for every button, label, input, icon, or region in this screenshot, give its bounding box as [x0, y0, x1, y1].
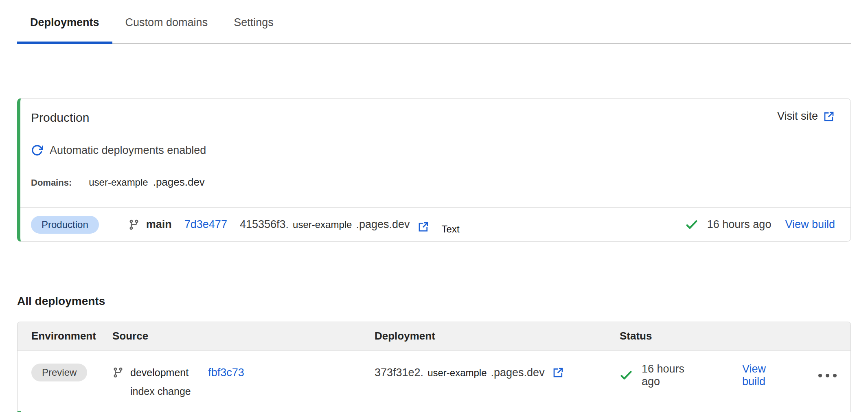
auto-deploy-text: Automatic deployments enabled — [50, 143, 206, 157]
column-header-status: Status — [606, 330, 850, 342]
commit-hash-link[interactable]: 7d3e477 — [184, 218, 227, 231]
deployments-table: Environment Source Deployment Status Pre… — [17, 322, 851, 412]
visit-site-label: Visit site — [777, 110, 818, 123]
git-branch-icon — [112, 367, 124, 378]
annotation-text: Text — [442, 224, 460, 235]
check-icon — [685, 218, 698, 231]
external-link-icon — [823, 110, 835, 123]
commit-hash-link[interactable]: fbf3c73 — [208, 366, 244, 379]
column-header-environment: Environment — [18, 330, 99, 342]
deployment-time: 16 hours ago — [707, 218, 772, 231]
check-icon — [620, 369, 633, 382]
view-build-link[interactable]: View build — [785, 218, 835, 231]
external-link-icon[interactable] — [552, 366, 564, 379]
environment-badge-preview: Preview — [31, 364, 87, 381]
production-card: Production Visit site Automa — [17, 98, 851, 242]
deployment-url-name: user-example — [293, 219, 352, 230]
branch-name: development — [130, 367, 189, 379]
domain-name: user-example — [89, 177, 148, 188]
git-branch-icon — [128, 219, 140, 230]
deployment-url-suffix: .pages.dev — [491, 366, 545, 379]
ellipsis-icon[interactable] — [817, 370, 838, 381]
table-row: Preview development fbf3c73 index change… — [18, 351, 850, 411]
external-link-icon[interactable] — [417, 221, 430, 233]
column-header-deployment: Deployment — [361, 330, 606, 342]
commit-message: index change — [130, 386, 361, 397]
tab-settings[interactable]: Settings — [221, 15, 287, 44]
all-deployments-heading: All deployments — [17, 294, 851, 309]
tab-custom-domains[interactable]: Custom domains — [112, 15, 221, 44]
domain-suffix: .pages.dev — [153, 176, 205, 188]
tab-deployments[interactable]: Deployments — [17, 15, 112, 44]
production-title: Production — [31, 110, 89, 125]
domains-label: Domains: — [31, 178, 72, 188]
deployment-url-prefix: 373f31e2. — [375, 366, 423, 379]
deployment-url-prefix: 415356f3. — [240, 218, 289, 231]
deployment-url-name: user-example — [427, 367, 487, 379]
production-deployment-row: Production main 7d3e477 415356f3. user-e… — [20, 207, 850, 241]
table-header-row: Environment Source Deployment Status — [18, 322, 850, 351]
column-header-source: Source — [99, 330, 361, 342]
tab-bar: Deployments Custom domains Settings — [17, 0, 851, 44]
visit-site-link[interactable]: Visit site — [777, 110, 835, 123]
branch-name: main — [146, 218, 172, 231]
environment-badge-production: Production — [31, 216, 99, 234]
deployment-time: 16 hours ago — [642, 363, 705, 388]
refresh-icon — [31, 144, 43, 156]
deployment-url-suffix: .pages.dev — [356, 218, 410, 231]
view-build-link[interactable]: View build — [742, 363, 791, 388]
